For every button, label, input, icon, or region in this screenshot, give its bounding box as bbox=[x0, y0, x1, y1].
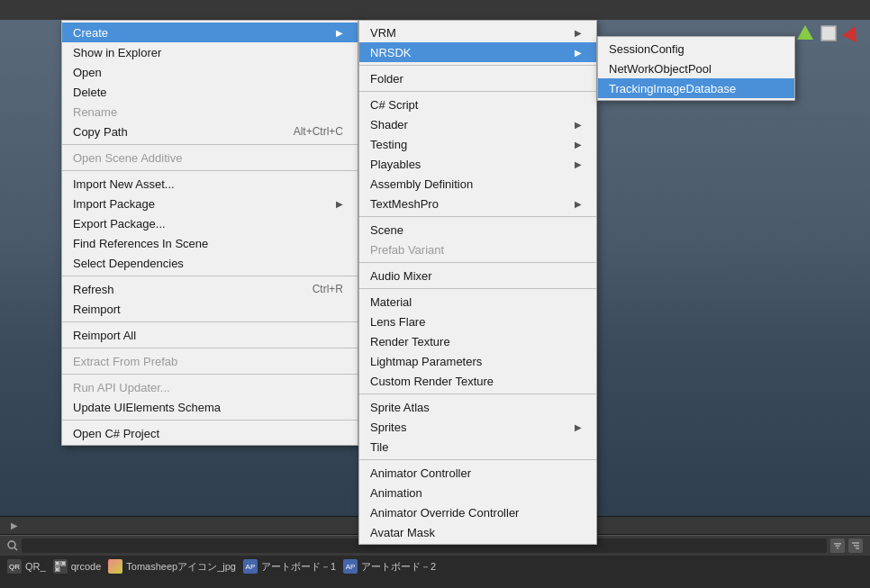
list-item[interactable]: qrcode bbox=[53, 559, 102, 574]
menu-separator bbox=[359, 459, 596, 460]
menu-item-label: NRSDK bbox=[370, 46, 575, 59]
menu-separator bbox=[359, 262, 596, 263]
menu-l1-item-0[interactable]: Create▶ bbox=[62, 23, 358, 42]
menu-l1-item-17[interactable]: Update UIElements Schema bbox=[62, 397, 358, 417]
menu-l1-item-4: Rename bbox=[62, 102, 358, 122]
red-arrow-icon[interactable] bbox=[841, 23, 863, 44]
menu-separator bbox=[359, 91, 596, 92]
list-item[interactable]: QR QR_ bbox=[7, 559, 46, 574]
menu-l2-item-19[interactable]: Tile bbox=[359, 437, 596, 457]
asset-icon-qrcode bbox=[53, 559, 68, 574]
menu-l2-item-13[interactable]: Lens Flare bbox=[359, 312, 596, 331]
svg-point-3 bbox=[8, 541, 15, 548]
menu-l2-item-21[interactable]: Animation bbox=[359, 483, 596, 502]
asset-filter-btn[interactable] bbox=[830, 538, 845, 553]
green-arrow-icon[interactable] bbox=[794, 23, 816, 44]
menu-item-shortcut: Ctrl+R bbox=[313, 283, 343, 295]
menu-item-label: NetWorkObjectPool bbox=[609, 62, 780, 76]
search-icon bbox=[7, 540, 18, 551]
cube-icon[interactable] bbox=[818, 23, 839, 44]
menu-separator bbox=[359, 216, 596, 217]
menu-l3-item-2[interactable]: TrackingImageDatabase bbox=[598, 78, 794, 98]
menu-l1-item-14[interactable]: Reimport All bbox=[62, 325, 358, 345]
menu-l2-item-7[interactable]: Assembly Definition bbox=[359, 174, 596, 194]
menu-l1-item-11[interactable]: Select Dependencies bbox=[62, 253, 358, 273]
menu-separator bbox=[359, 65, 596, 66]
menu-l2-item-17[interactable]: Sprite Atlas bbox=[359, 397, 596, 417]
asset-label: アートボード－1 bbox=[261, 560, 336, 574]
svg-marker-0 bbox=[797, 25, 813, 40]
menu-separator bbox=[62, 348, 358, 348]
menu-item-label: Delete bbox=[73, 86, 343, 99]
menu-l1-item-2[interactable]: Open bbox=[62, 62, 358, 82]
menu-item-label: Custom Render Texture bbox=[370, 375, 582, 388]
menu-l2-item-2[interactable]: Folder bbox=[359, 68, 596, 88]
menu-separator bbox=[62, 420, 358, 421]
menu-item-label: Reimport All bbox=[73, 329, 343, 342]
menu-l1-item-12[interactable]: RefreshCtrl+R bbox=[62, 279, 358, 299]
menu-l2-item-23[interactable]: Avatar Mask bbox=[359, 522, 596, 542]
list-item[interactable]: Tomasheepアイコン_jpg bbox=[108, 559, 236, 574]
asset-icon-qr1: QR bbox=[7, 559, 22, 574]
menu-item-label: Extract From Prefab bbox=[73, 355, 343, 368]
menu-l1-item-18[interactable]: Open C# Project bbox=[62, 423, 358, 443]
menu-item-label: Open bbox=[73, 66, 343, 79]
menu-item-label: Tile bbox=[370, 440, 582, 454]
menu-item-label: Animator Controller bbox=[370, 466, 582, 480]
svg-rect-6 bbox=[836, 546, 840, 547]
menu-separator bbox=[359, 288, 596, 289]
menu-item-label: Audio Mixer bbox=[370, 269, 582, 283]
menu-l1-item-3[interactable]: Delete bbox=[62, 82, 358, 102]
menu-l1-item-9[interactable]: Export Package... bbox=[62, 213, 358, 233]
menu-l2-item-16[interactable]: Custom Render Texture bbox=[359, 371, 596, 391]
asset-sort-btn[interactable] bbox=[848, 538, 863, 553]
svg-line-4 bbox=[14, 547, 17, 550]
menu-l2-item-18[interactable]: Sprites▶ bbox=[359, 417, 596, 437]
qr-pattern-icon bbox=[55, 561, 66, 572]
menu-l1-item-13[interactable]: Reimport bbox=[62, 299, 358, 319]
menu-l2-item-8[interactable]: TextMeshPro▶ bbox=[359, 194, 596, 213]
submenu-arrow-icon: ▶ bbox=[575, 199, 582, 209]
menu-l2-item-5[interactable]: Testing▶ bbox=[359, 134, 596, 154]
submenu-arrow-icon: ▶ bbox=[575, 140, 582, 149]
menu-l2-item-15[interactable]: Lightmap Parameters bbox=[359, 351, 596, 371]
menu-separator bbox=[62, 170, 358, 171]
menu-l2-item-22[interactable]: Animator Override Controller bbox=[359, 502, 596, 522]
menu-item-label: Material bbox=[370, 295, 582, 309]
menu-l1-item-16: Run API Updater... bbox=[62, 377, 358, 397]
list-item[interactable]: AP アートボード－2 bbox=[343, 559, 436, 574]
asset-label: qrcode bbox=[71, 561, 102, 572]
submenu-arrow-icon: ▶ bbox=[575, 48, 582, 58]
list-item[interactable]: AP アートボード－1 bbox=[243, 559, 336, 574]
menu-l3-item-1[interactable]: NetWorkObjectPool bbox=[598, 59, 794, 78]
menu-item-label: TrackingImageDatabase bbox=[609, 82, 780, 95]
menu-item-label: Show in Explorer bbox=[73, 46, 343, 59]
menu-l2-item-1[interactable]: NRSDK▶ bbox=[359, 42, 596, 62]
menu-l3-item-0[interactable]: SessionConfig bbox=[598, 39, 794, 59]
menu-l2-item-11[interactable]: Audio Mixer bbox=[359, 266, 596, 285]
menu-l1-item-8[interactable]: Import Package▶ bbox=[62, 194, 358, 213]
asset-label: Tomasheepアイコン_jpg bbox=[126, 560, 236, 574]
menu-l2-item-12[interactable]: Material bbox=[359, 292, 596, 312]
menu-item-label: Prefab Variant bbox=[370, 243, 582, 257]
menu-l2-item-0[interactable]: VRM▶ bbox=[359, 23, 596, 42]
menu-l1-item-10[interactable]: Find References In Scene bbox=[62, 233, 358, 253]
menu-item-label: Animation bbox=[370, 486, 582, 500]
menu-item-label: Copy Path bbox=[73, 125, 276, 139]
menu-l2-item-20[interactable]: Animator Controller bbox=[359, 463, 596, 483]
assets-tab-arrow: ▶ bbox=[11, 520, 18, 530]
menu-l2-item-9[interactable]: Scene bbox=[359, 220, 596, 240]
context-menu-l3: SessionConfigNetWorkObjectPoolTrackingIm… bbox=[597, 36, 795, 101]
menu-l2-item-3[interactable]: C# Script bbox=[359, 95, 596, 114]
menu-item-label: Folder bbox=[370, 72, 582, 86]
menu-l1-item-1[interactable]: Show in Explorer bbox=[62, 42, 358, 62]
menu-l1-item-5[interactable]: Copy PathAlt+Ctrl+C bbox=[62, 122, 358, 141]
svg-rect-16 bbox=[56, 568, 59, 571]
menu-l2-item-14[interactable]: Render Texture bbox=[359, 331, 596, 351]
menu-item-shortcut: Alt+Ctrl+C bbox=[294, 125, 343, 138]
menu-l2-item-4[interactable]: Shader▶ bbox=[359, 114, 596, 134]
svg-rect-14 bbox=[62, 562, 65, 565]
menu-l2-item-6[interactable]: Playables▶ bbox=[359, 154, 596, 174]
submenu-arrow-icon: ▶ bbox=[575, 422, 582, 432]
menu-l1-item-7[interactable]: Import New Asset... bbox=[62, 174, 358, 194]
